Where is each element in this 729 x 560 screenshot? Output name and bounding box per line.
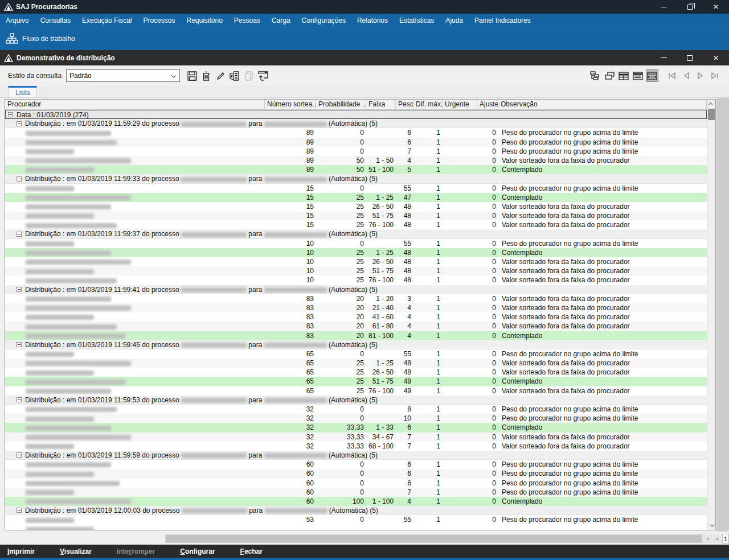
column-header[interactable]: Ajuste xyxy=(477,100,498,109)
imprimir-button[interactable]: Imprimir xyxy=(7,547,35,555)
save-button[interactable] xyxy=(186,69,198,82)
table-row[interactable]: 102576 - 1004810Valor sorteado fora da f… xyxy=(5,275,707,285)
table-row[interactable]: 600610Peso do procurador no grupo acima … xyxy=(5,469,707,478)
table-row[interactable]: 320810Peso do procurador no grupo acima … xyxy=(5,405,707,414)
tree-view-button[interactable] xyxy=(589,69,601,82)
table-row[interactable]: 652576 - 1004910Valor sorteado fora da f… xyxy=(5,386,707,396)
collapse-toggle-icon[interactable] xyxy=(17,176,22,182)
menu-item-consultas[interactable]: Consultas xyxy=(35,14,76,27)
grid-adjust-view-button[interactable] xyxy=(646,69,658,82)
table-row[interactable]: 890610Peso do procurador no grupo acima … xyxy=(5,138,707,147)
collapse-toggle-icon[interactable] xyxy=(17,121,22,126)
distribution-group-row[interactable]: Distribuição : em 01/03/2019 11:59:33 do… xyxy=(5,174,707,183)
dialog-close-button[interactable]: ✕ xyxy=(703,50,729,65)
table-row[interactable]: 3233,3334 - 67710Valor sorteado fora da … xyxy=(5,433,707,442)
collapse-toggle-icon[interactable] xyxy=(17,508,22,513)
column-header[interactable]: Observação xyxy=(498,100,707,109)
table-row[interactable]: 102526 - 504810Valor sorteado fora da fa… xyxy=(5,257,707,266)
table-row[interactable]: 652526 - 504810Valor sorteado fora da fa… xyxy=(5,368,707,377)
distribution-group-row[interactable]: Distribuição : em 01/03/2019 11:59:53 do… xyxy=(5,396,707,405)
table-row[interactable]: 65251 - 254810Valor sorteado fora da fai… xyxy=(5,359,707,368)
table-row[interactable]: 600610Peso do procurador no grupo acima … xyxy=(5,479,707,488)
table-row[interactable]: 600610Peso do procurador no grupo acima … xyxy=(5,460,707,469)
collapse-toggle-icon[interactable] xyxy=(17,342,22,347)
tab-lista[interactable]: Lista xyxy=(8,86,37,97)
menu-item-estat-sticas[interactable]: Estatísticas xyxy=(394,14,440,27)
collapse-toggle-icon[interactable] xyxy=(17,397,22,402)
menu-item-relat-rios[interactable]: Relatórios xyxy=(351,14,394,27)
list-view-button[interactable] xyxy=(632,69,644,82)
distribution-group-row[interactable]: Distribuição : em 01/03/2019 11:59:29 do… xyxy=(5,119,707,128)
next-record-button[interactable] xyxy=(694,69,707,82)
table-row[interactable]: 601001 - 100410Contemplado xyxy=(5,497,707,506)
cascade-view-button[interactable] xyxy=(603,69,616,82)
distribution-group-row[interactable]: Distribuição : em 01/03/2019 12:00:03 do… xyxy=(5,506,707,515)
collapse-toggle-icon[interactable] xyxy=(8,112,13,117)
dialog-maximize-button[interactable] xyxy=(677,50,703,65)
table-row[interactable]: 600710Peso do procurador no grupo acima … xyxy=(5,488,707,497)
vertical-scrollbar[interactable] xyxy=(707,100,715,530)
export-excel-button[interactable] xyxy=(228,69,241,82)
table-row[interactable]: 15251 - 254710Contemplado xyxy=(5,193,707,202)
table-row[interactable]: 89501 - 50410Valor sorteado fora da faix… xyxy=(5,156,707,165)
menu-item-configura-es[interactable]: Configurações xyxy=(296,14,351,27)
distribution-group-row[interactable]: Distribuição : em 01/03/2019 11:59:59 do… xyxy=(5,451,707,460)
column-header[interactable]: Procurador xyxy=(5,100,265,109)
collapse-toggle-icon[interactable] xyxy=(17,452,22,458)
table-row[interactable]: 895051 - 100510Contemplado xyxy=(5,165,707,174)
table-row[interactable]: 832041 - 60410Valor sorteado fora da fai… xyxy=(5,312,707,322)
last-record-button[interactable] xyxy=(708,69,721,82)
delete-button[interactable] xyxy=(200,69,212,82)
close-button[interactable]: ✕ xyxy=(703,0,729,14)
table-row[interactable]: 3233,3368 - 100710Valor sorteado fora da… xyxy=(5,442,707,451)
fechar-button[interactable]: Fechar xyxy=(240,547,263,555)
distribution-group-row[interactable]: Distribuição : em 01/03/2019 11:59:45 do… xyxy=(5,340,707,349)
page-next-button[interactable]: › xyxy=(713,534,722,543)
column-header[interactable]: Dif. máx. xyxy=(413,100,443,109)
distribution-group-row[interactable]: Distribuição : em 01/03/2019 11:59:37 do… xyxy=(5,229,707,238)
collapse-toggle-icon[interactable] xyxy=(17,287,22,292)
table-row[interactable]: 152576 - 1004810Valor sorteado fora da f… xyxy=(5,220,707,229)
table-row[interactable]: 832021 - 40410Valor sorteado fora da fai… xyxy=(5,303,707,312)
query-style-combobox[interactable]: Padrão xyxy=(66,69,180,82)
table-row[interactable]: 10251 - 254810Contemplado xyxy=(5,248,707,257)
first-record-button[interactable] xyxy=(666,69,678,82)
table-row[interactable]: 102551 - 754810Valor sorteado fora da fa… xyxy=(5,266,707,275)
dialog-minimize-button[interactable] xyxy=(650,50,677,65)
horizontal-scrollbar[interactable] xyxy=(165,534,703,543)
menu-item-arquivo[interactable]: Arquivo xyxy=(0,14,35,27)
menu-item-pessoas[interactable]: Pessoas xyxy=(228,14,266,27)
column-header[interactable]: Peso xyxy=(396,100,413,109)
table-row[interactable]: 832081 - 100410Contemplado xyxy=(5,331,707,340)
minimize-button[interactable] xyxy=(650,0,677,14)
table-row[interactable]: 3233,331 - 33610Contemplado xyxy=(5,423,707,432)
table-row[interactable]: 652551 - 754810Contemplado xyxy=(5,377,707,386)
configurar-button[interactable]: Configurar xyxy=(180,547,215,555)
table-row[interactable]: 890710Peso do procurador no grupo acima … xyxy=(5,147,707,156)
distribution-group-row[interactable]: Distribuição : em 01/03/2019 11:59:41 do… xyxy=(5,285,707,294)
collapse-toggle-icon[interactable] xyxy=(17,232,22,237)
table-row[interactable]: 1505510Peso do procurador no grupo acima… xyxy=(5,184,707,193)
restore-button[interactable] xyxy=(677,0,703,14)
column-header[interactable]: Probabilidade ... xyxy=(316,100,366,109)
menu-item-painel-indicadores[interactable]: Painel Indicadores xyxy=(469,14,536,27)
table-row[interactable]: 152526 - 504810Valor sorteado fora da fa… xyxy=(5,202,707,211)
vertical-scroll-thumb[interactable] xyxy=(708,109,715,120)
table-row[interactable]: 152551 - 754810Valor sorteado fora da fa… xyxy=(5,211,707,220)
date-group-row[interactable]: Data : 01/03/2019 (274) xyxy=(5,110,707,119)
table-view-button[interactable] xyxy=(617,69,630,82)
table-row[interactable]: 890610Peso do procurador no grupo acima … xyxy=(5,128,707,137)
table-row[interactable]: 832061 - 80410Valor sorteado fora da fai… xyxy=(5,322,707,331)
edit-button[interactable] xyxy=(214,69,227,82)
menu-item-requisit-rio[interactable]: Requisitório xyxy=(181,14,228,27)
table-row[interactable]: 1005510Peso do procurador no grupo acima… xyxy=(5,239,707,248)
menu-item-processos[interactable]: Processos xyxy=(137,14,181,27)
horizontal-scroll-thumb[interactable] xyxy=(166,535,702,542)
table-row-partial[interactable] xyxy=(5,524,707,530)
scroll-up-icon[interactable] xyxy=(707,100,715,109)
table-row[interactable]: 83201 - 20310Valor sorteado fora da faix… xyxy=(5,294,707,303)
previous-record-button[interactable] xyxy=(680,69,693,82)
column-header[interactable]: Urgente xyxy=(443,100,477,109)
panel-button[interactable] xyxy=(257,69,269,82)
menu-item-execu-o-fiscal[interactable]: Execução Fiscal xyxy=(76,14,137,27)
